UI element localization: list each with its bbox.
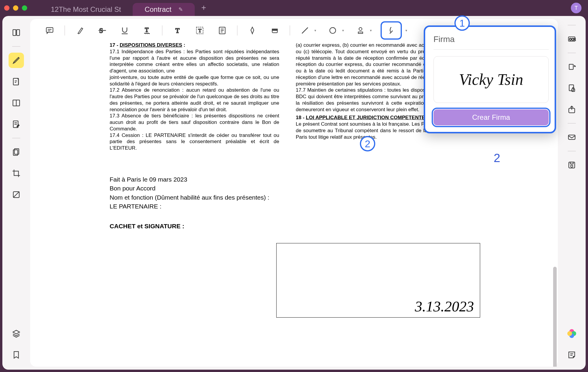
- svg-rect-25: [272, 29, 277, 30]
- sec17-title: DISPOSITIONS DIVERSES: [120, 42, 182, 48]
- fait-a-line: Fait à Paris le 09 mars 2023: [110, 175, 504, 184]
- crop-icon[interactable]: [9, 166, 24, 181]
- form-edit-icon[interactable]: [9, 117, 24, 132]
- squiggly-icon[interactable]: T: [139, 23, 155, 38]
- stamp-icon[interactable]: [353, 23, 368, 38]
- svg-line-26: [302, 28, 308, 33]
- layers-icon[interactable]: [9, 326, 24, 341]
- separator: [162, 25, 163, 35]
- hide-icon[interactable]: [9, 187, 24, 202]
- window-minimize-button[interactable]: [13, 5, 18, 11]
- text-frame-icon[interactable]: T: [192, 23, 207, 38]
- separator: [237, 25, 238, 35]
- ai-flower-icon[interactable]: [564, 326, 579, 341]
- textbox-icon[interactable]: T: [170, 23, 185, 38]
- window-maximize-button[interactable]: [22, 5, 27, 11]
- svg-text:OCR: OCR: [569, 38, 576, 41]
- eraser-icon[interactable]: [267, 23, 282, 38]
- svg-line-9: [13, 192, 19, 198]
- para-17-1b: joint-venture, ou toute autre entité de …: [110, 74, 279, 87]
- cachet-line: CACHET et SIGNATURE :: [110, 223, 184, 229]
- svg-point-28: [359, 28, 362, 30]
- svg-rect-35: [572, 89, 575, 92]
- document-tabs: 12The Most Crucial St Contract ✎ +: [39, 3, 212, 16]
- svg-rect-10: [46, 28, 53, 32]
- svg-text:T: T: [198, 28, 202, 33]
- annotate-icon[interactable]: [9, 74, 24, 89]
- pages-icon[interactable]: [9, 144, 24, 160]
- svg-rect-0: [13, 30, 16, 35]
- svg-rect-37: [568, 135, 575, 140]
- para-17-3: 17.3 Absence de tiers bénéficiaire : les…: [110, 113, 279, 132]
- left-sidebar: [2, 16, 30, 370]
- underline-icon[interactable]: [117, 23, 132, 38]
- separator: [568, 25, 576, 25]
- highlighter-icon[interactable]: [9, 53, 24, 68]
- sticky-note-icon[interactable]: [564, 347, 579, 363]
- sec18-title: LOI APPLICABLE ET JURIDICTION COMPETENTE: [306, 115, 425, 120]
- window-close-button[interactable]: [4, 5, 9, 11]
- tab-inactive-label: 12The Most Crucial St: [51, 5, 121, 14]
- right-sidebar: OCR: [558, 16, 586, 370]
- svg-point-27: [330, 28, 336, 33]
- svg-rect-33: [569, 64, 573, 69]
- separator: [12, 46, 20, 47]
- split-view-icon[interactable]: [9, 95, 24, 111]
- separator: [290, 25, 290, 35]
- tab-inactive[interactable]: 12The Most Crucial St: [39, 3, 133, 16]
- left-column: 17 - DISPOSITIONS DIVERSES : 17.1 Indépe…: [110, 42, 279, 151]
- tab-active[interactable]: Contract ✎: [133, 3, 195, 16]
- para-17-4: 17.4 Cession : LE PARTENAIRE s'interdit …: [110, 132, 279, 151]
- signature-section: Fait à Paris le 09 mars 2023 Bon pour Ac…: [110, 175, 504, 231]
- svg-rect-2: [13, 78, 19, 85]
- popover-title: Firma: [433, 35, 549, 44]
- note-icon[interactable]: [215, 23, 230, 38]
- share-icon[interactable]: [564, 102, 579, 117]
- separator: [64, 25, 65, 35]
- signature-tool-icon[interactable]: [381, 21, 402, 40]
- pen-icon[interactable]: [245, 23, 260, 38]
- pencil-icon[interactable]: ✎: [178, 6, 183, 13]
- callout-1: 1: [454, 15, 470, 31]
- bookmark-icon[interactable]: [9, 347, 24, 363]
- line-tool-icon[interactable]: [297, 23, 313, 38]
- svg-rect-39: [570, 162, 573, 164]
- signature-placeholder-box[interactable]: 3.13.2023: [276, 243, 480, 318]
- chevron-down-icon[interactable]: ▾: [314, 28, 318, 33]
- window-controls: [4, 5, 27, 11]
- signature-name: Vicky Tsin: [459, 70, 523, 89]
- create-signature-button[interactable]: Crear Firma: [433, 109, 549, 125]
- highlight-text-icon[interactable]: [72, 23, 87, 38]
- comment-icon[interactable]: [42, 23, 57, 38]
- save-icon[interactable]: [564, 157, 579, 173]
- svg-point-40: [571, 165, 573, 167]
- lock-doc-icon[interactable]: [564, 80, 579, 96]
- callout-2: 2: [360, 136, 375, 151]
- reader-mode-icon[interactable]: [9, 25, 24, 40]
- para-17-1: 17.1 Indépendance des Parties : les Part…: [110, 48, 279, 74]
- chevron-down-icon[interactable]: ▾: [342, 28, 346, 33]
- bon-pour-line: Bon pour Accord: [110, 184, 504, 193]
- signature-date: 3.13.2023: [415, 298, 474, 315]
- sec17-num: 17 -: [110, 42, 120, 48]
- strikethrough-icon[interactable]: S: [95, 23, 110, 38]
- separator: [568, 151, 576, 151]
- chevron-down-icon[interactable]: ▾: [405, 28, 409, 33]
- separator: [568, 53, 576, 53]
- add-tab-button[interactable]: +: [195, 3, 212, 16]
- rotate-icon[interactable]: [564, 59, 579, 75]
- scrollbar-thumb[interactable]: [553, 267, 557, 367]
- ocr-icon[interactable]: OCR: [564, 31, 579, 47]
- user-avatar[interactable]: T: [571, 3, 581, 13]
- mail-icon[interactable]: [564, 130, 579, 145]
- svg-text:T: T: [176, 27, 180, 34]
- chevron-down-icon[interactable]: ▾: [370, 28, 373, 33]
- partenaire-line: LE PARTENAIRE :: [110, 202, 504, 211]
- separator: [433, 49, 549, 50]
- signature-preview[interactable]: Vicky Tsin: [433, 56, 549, 103]
- titlebar: 12The Most Crucial St Contract ✎ + T: [0, 0, 588, 16]
- shape-tool-icon[interactable]: [325, 23, 340, 38]
- separator: [568, 123, 576, 124]
- page-number: 2: [494, 151, 500, 165]
- para-17-2: 17.2 Absence de renonciation : aucun ret…: [110, 87, 279, 113]
